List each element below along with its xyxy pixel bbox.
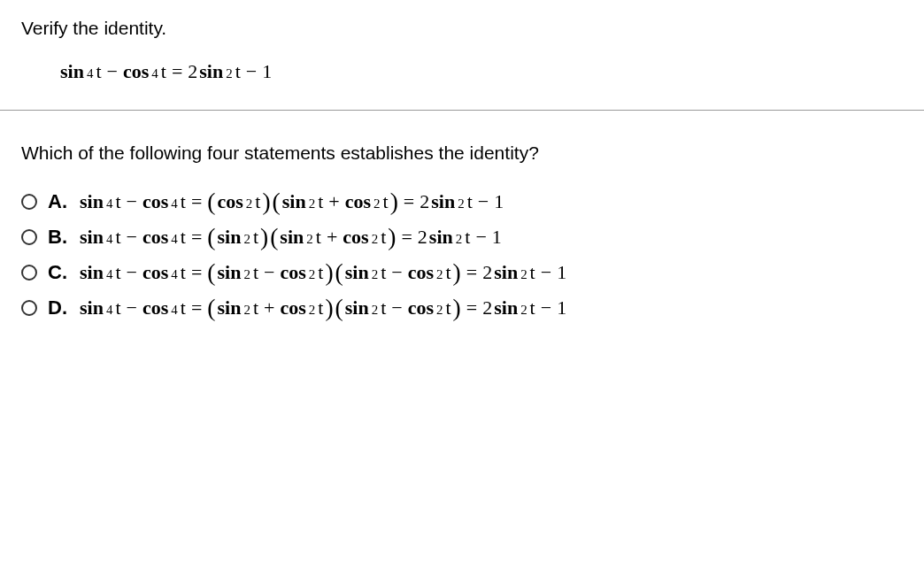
choices-group: A. sin4 t − cos4 t = (cos2 t) (sin2 t + … — [21, 190, 903, 319]
section-divider — [0, 110, 924, 111]
choice-equation: sin4 t − cos4 t = (sin2 t − cos2 t) (sin… — [80, 261, 566, 284]
choice-a[interactable]: A. sin4 t − cos4 t = (cos2 t) (sin2 t + … — [21, 190, 903, 213]
choice-label: A. — [48, 190, 69, 213]
choice-label: D. — [48, 296, 69, 319]
radio-icon[interactable] — [21, 265, 37, 281]
choice-equation: sin4 t − cos4 t = (cos2 t) (sin2 t + cos… — [80, 190, 504, 213]
choice-equation: sin4 t − cos4 t = (sin2 t) (sin2 t + cos… — [80, 226, 502, 249]
question-text: Which of the following four statements e… — [21, 142, 903, 164]
choice-c[interactable]: C. sin4 t − cos4 t = (sin2 t − cos2 t) (… — [21, 261, 903, 284]
radio-icon[interactable] — [21, 229, 37, 245]
instruction-text: Verify the identity. — [21, 18, 903, 39]
choice-b[interactable]: B. sin4 t − cos4 t = (sin2 t) (sin2 t + … — [21, 226, 903, 249]
choice-equation: sin4 t − cos4 t = (sin2 t + cos2 t) (sin… — [80, 296, 566, 319]
main-equation: sin4 t − cos4 t = 2 sin2 t − 1 — [21, 60, 903, 83]
radio-icon[interactable] — [21, 300, 37, 316]
choice-d[interactable]: D. sin4 t − cos4 t = (sin2 t + cos2 t) (… — [21, 296, 903, 319]
radio-icon[interactable] — [21, 194, 37, 210]
choice-label: C. — [48, 261, 69, 284]
choice-label: B. — [48, 226, 69, 249]
